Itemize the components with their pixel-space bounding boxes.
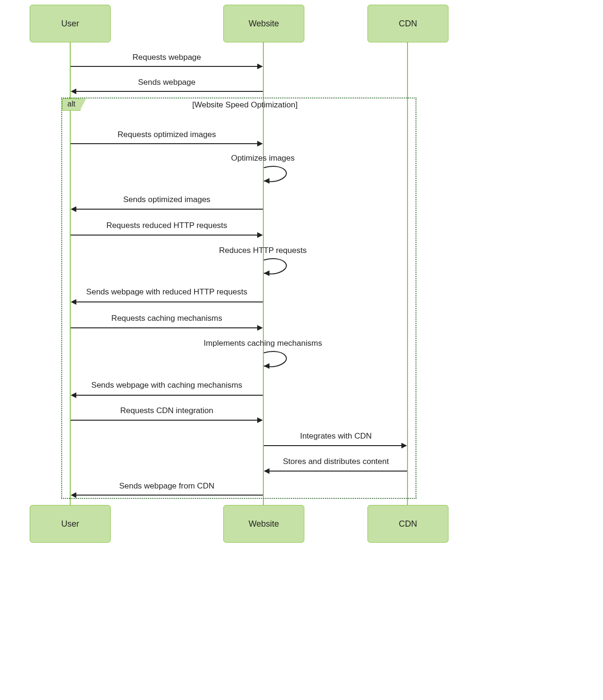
message-label: Sends webpage from CDN	[71, 481, 263, 491]
participant-website-top: Website	[223, 5, 304, 42]
message-label: Integrates with CDN	[264, 431, 408, 441]
message-arrow	[71, 66, 257, 67]
self-loop-icon	[263, 164, 296, 186]
message-label: Sends webpage	[71, 78, 263, 87]
self-loop-icon	[263, 256, 296, 278]
arrowhead-icon	[71, 89, 76, 94]
message-arrow	[76, 91, 263, 92]
participant-user-top: User	[30, 5, 111, 42]
svg-marker-0	[264, 178, 269, 184]
arrowhead-icon	[264, 468, 269, 474]
participant-label: User	[61, 519, 79, 529]
message-label: Requests optimized images	[71, 130, 263, 139]
message-label: Optimizes images	[167, 154, 359, 163]
participant-cdn-bottom: CDN	[367, 505, 448, 543]
message-arrow	[71, 235, 257, 236]
message-label: Sends webpage with reduced HTTP requests	[71, 287, 263, 297]
arrowhead-icon	[257, 141, 263, 147]
message-arrow	[76, 495, 263, 496]
message-label: Stores and distributes content	[264, 457, 408, 466]
participant-label: Website	[249, 519, 279, 529]
arrowhead-icon	[257, 325, 263, 331]
message-label: Implements caching mechanisms	[167, 339, 359, 348]
message-arrow	[71, 420, 257, 421]
message-arrow	[76, 395, 263, 396]
participant-website-bottom: Website	[223, 505, 304, 543]
arrowhead-icon	[257, 64, 263, 69]
arrowhead-icon	[257, 232, 263, 238]
arrowhead-icon	[71, 392, 76, 398]
message-label: Requests webpage	[71, 53, 263, 62]
participant-label: User	[61, 19, 79, 29]
message-arrow	[71, 143, 257, 144]
participant-cdn-top: CDN	[367, 5, 448, 42]
alt-title: [Website Speed Optimization]	[192, 100, 298, 110]
alt-tag: alt	[62, 98, 81, 111]
participant-label: CDN	[399, 19, 417, 29]
arrowhead-icon	[71, 206, 76, 212]
message-label: Sends webpage with caching mechanisms	[71, 381, 263, 390]
arrowhead-icon	[71, 299, 76, 305]
arrowhead-icon	[71, 492, 76, 498]
message-label: Sends optimized images	[71, 195, 263, 204]
message-label: Requests reduced HTTP requests	[71, 221, 263, 230]
message-arrow	[76, 301, 263, 302]
message-label: Reduces HTTP requests	[167, 246, 359, 255]
message-label: Requests CDN integration	[71, 406, 263, 415]
participant-label: CDN	[399, 519, 417, 529]
alt-tag-label: alt	[67, 100, 75, 108]
message-arrow	[264, 445, 401, 446]
participant-user-bottom: User	[30, 505, 111, 543]
self-loop-icon	[263, 349, 296, 371]
svg-marker-2	[264, 363, 269, 369]
svg-marker-1	[264, 270, 269, 276]
message-label: Requests caching mechanisms	[71, 314, 263, 323]
message-arrow	[71, 327, 257, 328]
arrowhead-icon	[257, 417, 263, 423]
arrowhead-icon	[401, 443, 407, 448]
message-arrow	[269, 471, 407, 472]
message-arrow	[76, 209, 263, 210]
participant-label: Website	[249, 19, 279, 29]
